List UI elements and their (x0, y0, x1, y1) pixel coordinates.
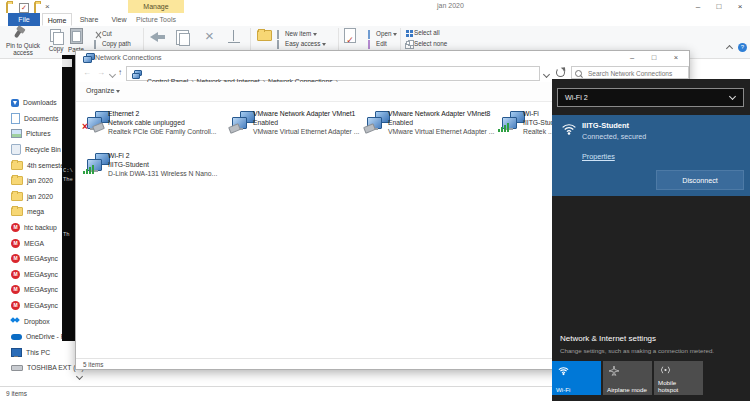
copy-path-button[interactable]: Copy path (94, 40, 131, 47)
explorer-close-button[interactable]: × (730, 0, 750, 14)
desktop-screenshot: ✓ × jan 2020 – □ × Manage File Home Shar… (0, 0, 750, 401)
tab-share[interactable]: Share (72, 13, 106, 26)
onedrive-cloud-icon (11, 334, 22, 340)
pictures-icon (11, 129, 22, 138)
connected-network-item[interactable]: IIITG-Student Connected, secured Propert… (552, 115, 750, 196)
select-all-button[interactable]: Select all (406, 29, 440, 36)
network-icon (81, 53, 95, 63)
wifi-flyout-panel: Wi-Fi 2 IIITG-Student Connected, secured… (552, 79, 750, 401)
quick-action-airplane-mode[interactable]: Airplane mode (603, 361, 652, 395)
cut-icon (94, 31, 100, 37)
wifi-signal-bars-icon (83, 165, 95, 174)
open-icon (368, 31, 374, 37)
nc-window-title: Network Connections (95, 54, 162, 61)
new-folder-icon[interactable] (257, 30, 272, 41)
collapse-ribbon-icon[interactable] (726, 45, 733, 52)
tab-file[interactable]: File (8, 13, 40, 26)
edit-button[interactable]: Edit (368, 40, 387, 47)
wifi-icon (560, 121, 578, 136)
help-icon[interactable]: ? (738, 43, 747, 52)
breadcrumb: Control Panel›Network and Internet›Netwo… (126, 66, 540, 81)
contextual-tab-header: Manage (128, 0, 184, 13)
adapter-vmnet8[interactable]: VMware Network Adapter VMnet8 Enabled VM… (365, 109, 498, 147)
search-icon (575, 70, 582, 77)
nc-item-count: 5 items (83, 361, 103, 368)
adapter-vmnet1[interactable]: VMware Network Adapter VMnet1 Enabled VM… (230, 109, 363, 147)
select-none-icon (406, 41, 412, 47)
explorer-titlebar[interactable]: ✓ × jan 2020 – □ × (0, 0, 750, 14)
organize-button[interactable]: Organize (86, 87, 120, 94)
copy-button[interactable]: Copy (46, 45, 66, 52)
connection-status: Connected, secured (582, 132, 646, 141)
properties-icon[interactable]: ✓ (344, 28, 356, 43)
ribbon-tab-row: File Home Share View Picture Tools (0, 13, 750, 27)
copy-icon (50, 29, 61, 42)
explorer-item-count: 9 items (6, 390, 27, 397)
airplane-icon (608, 365, 620, 377)
nc-minimize-button[interactable]: – (621, 51, 643, 64)
folder-icon (11, 176, 23, 185)
move-to-icon[interactable] (150, 32, 158, 42)
cable-icon (228, 123, 241, 134)
cut-button[interactable]: Cut (94, 30, 112, 37)
settings-description: Change settings, such as making a connec… (560, 347, 745, 354)
folder-icon (11, 192, 23, 201)
quick-action-wifi[interactable]: Wi-Fi (552, 361, 601, 395)
quick-action-mobile-hotspot[interactable]: Mobile hotspot (654, 361, 703, 395)
nc-close-button[interactable]: × (665, 51, 687, 64)
sidebar-item-this-pc[interactable]: This PC (0, 345, 75, 361)
console-window[interactable]: C:\ The Th (62, 55, 75, 341)
mega-icon (11, 254, 20, 263)
hotspot-icon (659, 365, 672, 376)
pin-to-quick-access-button[interactable]: Pin to Quick access (0, 43, 46, 57)
this-pc-icon (11, 348, 22, 357)
wifi-adapter-selector[interactable]: Wi-Fi 2 (557, 88, 744, 107)
sidebar-item-toshiba-ext[interactable]: TOSHIBA EXT (F:) (0, 360, 75, 376)
wifi-icon (557, 365, 570, 376)
qat-delete-icon[interactable]: × (45, 2, 50, 12)
nc-titlebar[interactable]: Network Connections – □ × (76, 51, 689, 64)
qat-properties-icon[interactable]: ✓ (19, 3, 29, 13)
documents-icon (11, 113, 20, 124)
mega-icon (11, 239, 20, 248)
back-icon[interactable]: ← (83, 68, 91, 78)
rename-icon[interactable] (228, 30, 240, 44)
console-text: C:\ (63, 167, 73, 174)
up-icon[interactable]: ↑ (118, 68, 122, 78)
explorer-window-title: jan 2020 (437, 2, 464, 9)
forward-icon[interactable]: → (97, 68, 105, 78)
network-internet-settings-link[interactable]: Network & Internet settings (560, 334, 656, 343)
copy-path-icon (94, 41, 100, 47)
easy-access-icon (277, 41, 283, 47)
dropbox-icon (11, 317, 20, 325)
open-button[interactable]: Open (368, 30, 397, 37)
new-item-button[interactable]: New item (277, 30, 317, 37)
explorer-minimize-button[interactable]: – (688, 0, 708, 14)
adapter-ethernet-2[interactable]: × Ethernet 2 Network cable unplugged Rea… (85, 109, 218, 147)
wifi-signal-bars-icon (498, 123, 510, 132)
address-dropdown[interactable] (540, 66, 553, 79)
refresh-icon (556, 68, 565, 77)
easy-access-button[interactable]: Easy access (277, 40, 326, 47)
mega-icon (11, 285, 20, 294)
tab-home[interactable]: Home (42, 13, 72, 26)
chevron-down-icon (729, 93, 736, 100)
refresh-button[interactable] (554, 66, 569, 79)
properties-link[interactable]: Properties (582, 152, 615, 161)
select-none-button[interactable]: Select none (406, 40, 447, 47)
copy-to-icon[interactable] (176, 30, 189, 45)
ssid-label: IIITG-Student (582, 121, 629, 130)
delete-icon[interactable]: × (205, 28, 214, 44)
disconnect-button[interactable]: Disconnect (656, 170, 744, 190)
breadcrumb-network-icon (130, 70, 144, 79)
folder-icon (11, 161, 23, 170)
scroll-down-icon[interactable] (76, 373, 83, 380)
nc-maximize-button[interactable]: □ (643, 51, 665, 64)
explorer-maximize-button[interactable]: □ (709, 0, 729, 14)
downloads-icon (11, 99, 19, 107)
tab-picture-tools[interactable]: Picture Tools (128, 13, 184, 26)
recent-locations-icon[interactable] (109, 71, 116, 78)
nc-search (571, 66, 689, 79)
adapter-wifi-2[interactable]: Wi-Fi 2 IIITG-Student D-Link DWA-131 Wir… (85, 151, 218, 189)
disconnected-x-icon: × (82, 122, 88, 132)
